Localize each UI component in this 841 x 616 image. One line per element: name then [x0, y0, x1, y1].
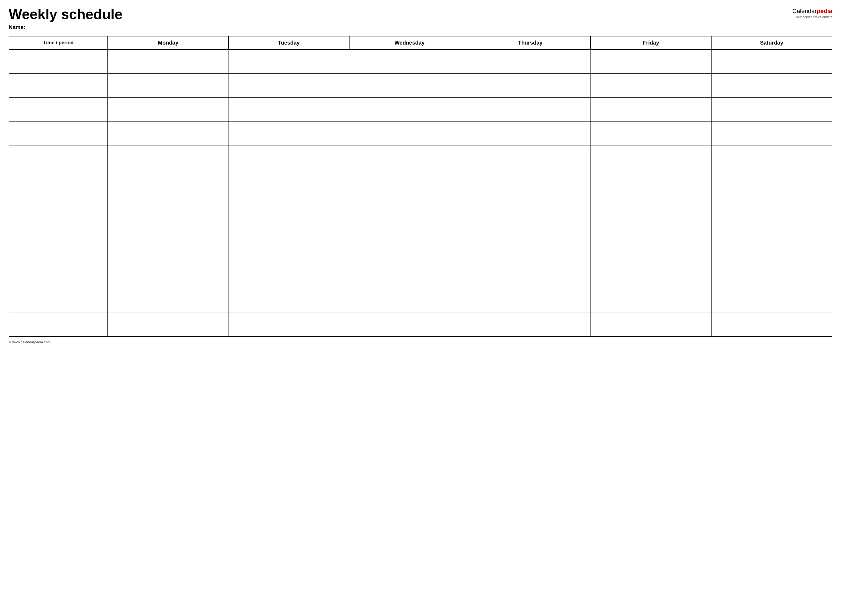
schedule-cell[interactable]: [711, 265, 832, 289]
table-row: [9, 169, 832, 193]
schedule-cell[interactable]: [228, 121, 349, 145]
schedule-cell[interactable]: [349, 265, 470, 289]
time-cell[interactable]: [9, 73, 108, 97]
time-cell[interactable]: [9, 121, 108, 145]
time-cell[interactable]: [9, 265, 108, 289]
schedule-cell[interactable]: [591, 145, 711, 169]
schedule-cell[interactable]: [591, 241, 711, 265]
schedule-cell[interactable]: [591, 312, 711, 337]
time-cell[interactable]: [9, 97, 108, 121]
schedule-cell[interactable]: [349, 193, 470, 217]
schedule-cell[interactable]: [470, 145, 591, 169]
time-cell[interactable]: [9, 145, 108, 169]
time-cell[interactable]: [9, 217, 108, 241]
schedule-cell[interactable]: [108, 217, 228, 241]
schedule-cell[interactable]: [591, 121, 711, 145]
schedule-cell[interactable]: [711, 145, 832, 169]
schedule-cell[interactable]: [349, 50, 470, 73]
schedule-cell[interactable]: [711, 121, 832, 145]
schedule-cell[interactable]: [349, 217, 470, 241]
table-row: [9, 145, 832, 169]
schedule-table: Time / period Monday Tuesday Wednesday T…: [9, 36, 832, 337]
schedule-cell[interactable]: [108, 145, 228, 169]
schedule-cell[interactable]: [108, 289, 228, 312]
schedule-cell[interactable]: [591, 193, 711, 217]
schedule-cell[interactable]: [711, 50, 832, 73]
logo-part2: pedia: [817, 7, 832, 15]
table-row: [9, 217, 832, 241]
schedule-cell[interactable]: [591, 265, 711, 289]
schedule-cell[interactable]: [470, 73, 591, 97]
schedule-cell[interactable]: [591, 97, 711, 121]
footer: © www.calendarpedia.com: [9, 340, 832, 344]
schedule-cell[interactable]: [108, 121, 228, 145]
schedule-cell[interactable]: [470, 169, 591, 193]
schedule-cell[interactable]: [349, 145, 470, 169]
schedule-cell[interactable]: [349, 241, 470, 265]
schedule-cell[interactable]: [108, 241, 228, 265]
schedule-cell[interactable]: [711, 193, 832, 217]
schedule-cell[interactable]: [228, 145, 349, 169]
schedule-cell[interactable]: [228, 50, 349, 73]
schedule-cell[interactable]: [591, 73, 711, 97]
header-monday: Monday: [108, 36, 228, 50]
schedule-cell[interactable]: [591, 289, 711, 312]
schedule-cell[interactable]: [470, 121, 591, 145]
schedule-cell[interactable]: [470, 97, 591, 121]
schedule-cell[interactable]: [228, 217, 349, 241]
schedule-cell[interactable]: [228, 289, 349, 312]
schedule-cell[interactable]: [108, 193, 228, 217]
time-cell[interactable]: [9, 193, 108, 217]
schedule-cell[interactable]: [228, 265, 349, 289]
schedule-cell[interactable]: [711, 241, 832, 265]
schedule-cell[interactable]: [108, 169, 228, 193]
schedule-cell[interactable]: [349, 289, 470, 312]
time-cell[interactable]: [9, 241, 108, 265]
header-friday: Friday: [591, 36, 711, 50]
schedule-cell[interactable]: [470, 289, 591, 312]
schedule-cell[interactable]: [228, 241, 349, 265]
schedule-cell[interactable]: [711, 217, 832, 241]
schedule-cell[interactable]: [108, 265, 228, 289]
schedule-cell[interactable]: [591, 50, 711, 73]
schedule-cell[interactable]: [470, 241, 591, 265]
logo-part1: Calendar: [792, 7, 816, 15]
schedule-cell[interactable]: [711, 97, 832, 121]
schedule-cell[interactable]: [711, 289, 832, 312]
schedule-cell[interactable]: [591, 169, 711, 193]
schedule-cell[interactable]: [108, 97, 228, 121]
time-cell[interactable]: [9, 312, 108, 337]
schedule-cell[interactable]: [711, 312, 832, 337]
schedule-cell[interactable]: [349, 312, 470, 337]
table-row: [9, 50, 832, 73]
schedule-cell[interactable]: [228, 193, 349, 217]
schedule-cell[interactable]: [228, 73, 349, 97]
table-row: [9, 73, 832, 97]
schedule-cell[interactable]: [711, 73, 832, 97]
time-cell[interactable]: [9, 289, 108, 312]
time-cell[interactable]: [9, 50, 108, 73]
schedule-cell[interactable]: [228, 169, 349, 193]
schedule-cell[interactable]: [470, 217, 591, 241]
schedule-cell[interactable]: [228, 97, 349, 121]
table-row: [9, 241, 832, 265]
table-row: [9, 265, 832, 289]
logo-text: Calendarpedia: [792, 7, 832, 15]
schedule-cell[interactable]: [470, 312, 591, 337]
schedule-cell[interactable]: [470, 50, 591, 73]
schedule-cell[interactable]: [591, 217, 711, 241]
schedule-cell[interactable]: [711, 169, 832, 193]
page-header: Weekly schedule Calendarpedia Your sourc…: [9, 6, 832, 22]
schedule-cell[interactable]: [349, 121, 470, 145]
page-title: Weekly schedule: [9, 6, 122, 22]
schedule-cell[interactable]: [470, 193, 591, 217]
schedule-cell[interactable]: [349, 97, 470, 121]
time-cell[interactable]: [9, 169, 108, 193]
schedule-cell[interactable]: [228, 312, 349, 337]
schedule-cell[interactable]: [108, 312, 228, 337]
schedule-cell[interactable]: [108, 73, 228, 97]
schedule-cell[interactable]: [349, 169, 470, 193]
schedule-cell[interactable]: [349, 73, 470, 97]
schedule-cell[interactable]: [108, 50, 228, 73]
schedule-cell[interactable]: [470, 265, 591, 289]
